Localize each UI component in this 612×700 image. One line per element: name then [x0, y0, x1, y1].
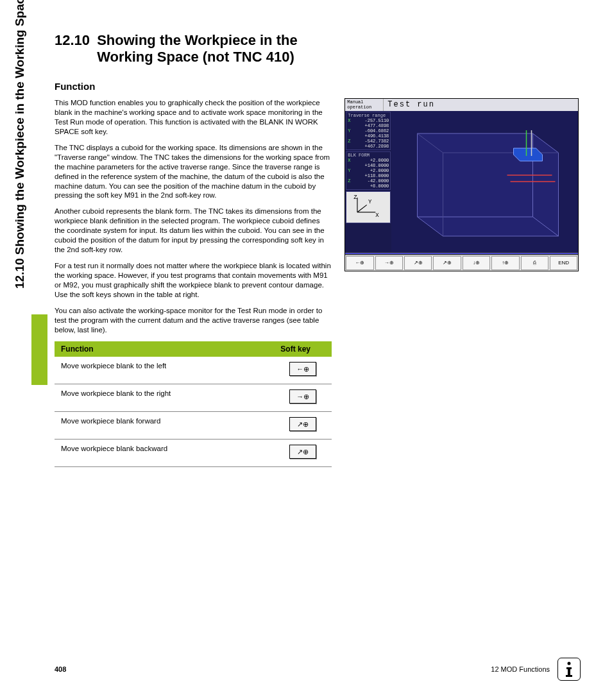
chapter-label: 12 MOD Functions — [491, 665, 550, 673]
table-row: Move workpiece blank backward ↗⊕ — [55, 439, 332, 466]
axis-label: Z — [348, 178, 354, 184]
svg-rect-20 — [568, 667, 570, 676]
sidebar-section-label: 12.10 Showing the Workpiece in the Worki… — [13, 0, 27, 289]
svg-text:Y: Y — [368, 199, 372, 206]
tnc-softkey-row: ←⊕ →⊕ ↗⊕ ↗⊕ ↓⊕ ↑⊕ ⎙ END — [345, 255, 578, 271]
mode-label-big: Test run — [384, 99, 578, 111]
svg-text:X: X — [376, 212, 380, 219]
axis-value: +496.4138 — [354, 133, 389, 139]
table-cell-function: Move workpiece blank backward — [55, 439, 274, 466]
table-row: Move workpiece blank forward ↗⊕ — [55, 411, 332, 439]
heading-number: 12.10 — [55, 32, 93, 49]
page-heading: 12.10 Showing the Workpiece in the Worki… — [55, 32, 581, 65]
axis-label: Z — [348, 139, 354, 144]
text-column: This MOD function enables you to graphic… — [55, 98, 332, 467]
softkey-move-left-icon: ←⊕ — [289, 362, 316, 376]
svg-rect-21 — [566, 675, 572, 677]
svg-marker-6 — [418, 133, 559, 236]
svg-text:Z: Z — [354, 194, 358, 201]
page-footer: 408 12 MOD Functions — [55, 658, 581, 681]
paragraph: For a test run it normally does not matt… — [55, 261, 332, 300]
softkey-move-backward-icon: ↗⊕ — [289, 445, 316, 459]
svg-line-2 — [357, 205, 367, 212]
axis-label: Y — [348, 168, 354, 173]
axis-value: +467.2898 — [354, 144, 389, 149]
section-heading-function: Function — [55, 81, 581, 92]
softkey-print[interactable]: ⎙ — [521, 256, 548, 270]
axis-label: X — [348, 118, 354, 123]
page-number: 408 — [55, 665, 66, 673]
page-content: 12.10 Showing the Workpiece in the Worki… — [55, 32, 581, 467]
paragraph: You can also activate the working-space … — [55, 306, 332, 335]
traverse-range-title: Traverse range — [348, 113, 389, 118]
tnc-screenshot: Manual operation Test run Traverse range… — [344, 98, 579, 271]
screenshot-column: Manual operation Test run Traverse range… — [344, 98, 581, 271]
paragraph: This MOD function enables you to graphic… — [55, 98, 332, 137]
axis-value: -542.7382 — [354, 139, 389, 144]
paragraph: Another cuboid represents the blank form… — [55, 207, 332, 255]
mode-label-small: Manual operation — [345, 99, 384, 111]
softkey-move-up[interactable]: ↑⊕ — [491, 256, 519, 270]
heading-title: Showing the Workpiece in the Working Spa… — [97, 32, 341, 65]
section-tab-marker — [31, 314, 47, 385]
axis-value: -42.0000 — [354, 178, 389, 184]
softkey-function-table: Function Soft key Move workpiece blank t… — [55, 341, 332, 467]
axis-value: -604.6862 — [354, 128, 389, 133]
softkey-move-down[interactable]: ↓⊕ — [463, 256, 490, 270]
table-cell-function: Move workpiece blank to the right — [55, 384, 274, 411]
table-row: Move workpiece blank to the left ←⊕ — [55, 357, 332, 384]
table-cell-function: Move workpiece blank forward — [55, 411, 274, 439]
table-cell-function: Move workpiece blank to the left — [55, 357, 274, 384]
softkey-move-left[interactable]: ←⊕ — [346, 256, 373, 270]
axis-value: +118.0000 — [354, 173, 389, 178]
softkey-move-right[interactable]: →⊕ — [375, 256, 403, 270]
axis-value: +477.4898 — [354, 123, 389, 128]
softkey-move-forward[interactable]: ↗⊕ — [404, 256, 432, 270]
traverse-range-panel: Traverse range X-257.5110 +477.4898 Y-60… — [346, 112, 391, 150]
blk-form-panel: BLK FORM X+2.0000 +148.0000 Y+2.0000 +11… — [346, 151, 391, 190]
svg-marker-13 — [514, 148, 543, 161]
tnc-3d-viewport — [391, 111, 578, 252]
axis-value: +2.0000 — [354, 168, 389, 173]
axis-label: X — [348, 158, 354, 163]
axis-label: Y — [348, 128, 354, 133]
table-header-softkey: Soft key — [274, 341, 332, 357]
axis-value: +148.0000 — [354, 163, 389, 168]
svg-point-18 — [568, 662, 571, 665]
axis-value: +8.0000 — [354, 184, 389, 189]
axis-orientation-icon: Z Y X — [346, 191, 391, 223]
softkey-move-backward[interactable]: ↗⊕ — [433, 256, 461, 270]
softkey-move-right-icon: →⊕ — [289, 389, 316, 404]
softkey-move-forward-icon: ↗⊕ — [289, 417, 316, 431]
blk-form-title: BLK FORM — [348, 153, 389, 158]
paragraph: The TNC displays a cuboid for the workin… — [55, 143, 332, 201]
axis-value: +2.0000 — [354, 158, 389, 163]
tnc-side-panel: Traverse range X-257.5110 +477.4898 Y-60… — [345, 111, 391, 252]
table-header-function: Function — [55, 341, 274, 357]
info-icon — [557, 658, 581, 681]
axis-value: -257.5110 — [354, 118, 389, 123]
softkey-end[interactable]: END — [550, 256, 577, 270]
table-row: Move workpiece blank to the right →⊕ — [55, 384, 332, 411]
